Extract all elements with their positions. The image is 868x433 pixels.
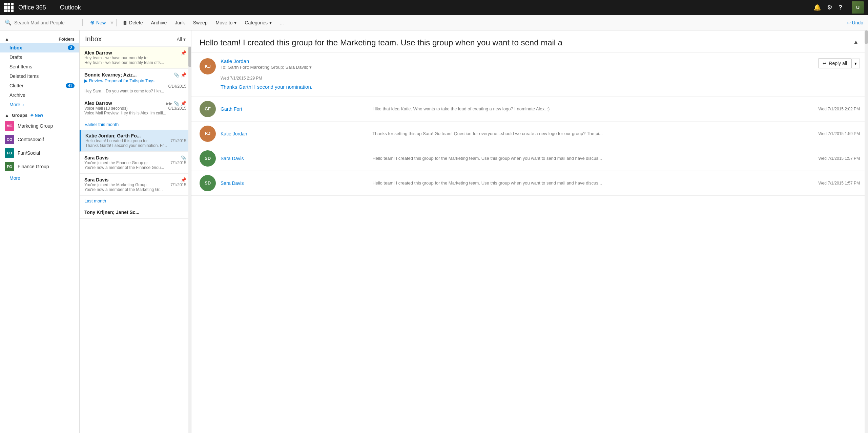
reading-pane: Hello team! I created this group for the… — [191, 30, 868, 433]
more-groups-button[interactable]: More — [0, 173, 79, 183]
inbox-title: Inbox — [85, 35, 102, 43]
email-date: 7/1/2015 — [170, 182, 186, 187]
categories-chevron: ▾ — [269, 20, 272, 25]
email-sender: Tony Krijnen; Janet Sc... — [84, 210, 139, 215]
outlook-label: Outlook — [60, 4, 813, 11]
email-sender: Sara Davis — [84, 155, 109, 160]
junk-button[interactable]: Junk — [171, 18, 188, 27]
trash-icon: 🗑 — [123, 20, 127, 25]
sidebar-item-deleted-items[interactable]: Deleted Items — [0, 71, 79, 81]
group-item-marketing-group[interactable]: MG Marketing Group — [0, 119, 79, 133]
filter-button[interactable]: All ▾ — [177, 37, 186, 42]
delete-button[interactable]: 🗑 Delete — [119, 18, 146, 27]
question-icon[interactable]: ? — [839, 4, 842, 11]
bell-icon[interactable]: 🔔 — [813, 4, 821, 11]
pin-icon: 📌 — [181, 72, 186, 78]
plus-icon: ⊕ — [90, 19, 95, 26]
new-button[interactable]: ⊕ New — [87, 18, 109, 27]
email-sender: Alex Darrow — [84, 50, 112, 56]
new-dropdown-icon[interactable]: ▾ — [110, 19, 113, 26]
groups-collapse-icon: ▲ — [5, 113, 9, 118]
thread-collapsed-sender: Garth Fort — [221, 106, 368, 112]
categories-button[interactable]: Categories ▾ — [241, 18, 275, 27]
thread-collapsed-sender: Sara Davis — [221, 156, 368, 161]
group-item-fun/social[interactable]: FU Fun/Social — [0, 146, 79, 160]
reply-all-button[interactable]: ↩ Reply all — [818, 58, 851, 68]
email-date: 6/13/2015 — [168, 106, 186, 111]
sidebar-item-inbox[interactable]: Inbox2 — [0, 43, 79, 52]
email-preview-top: You've joined the Finance Group gr — [84, 160, 148, 165]
avatar[interactable]: U — [852, 1, 864, 14]
earlier-this-month-label: Earlier this month — [80, 119, 191, 130]
reply-dropdown-button[interactable]: ▾ — [851, 59, 860, 68]
thread-item-collapsed[interactable]: KJ Katie Jordan Thanks for setting this … — [191, 122, 868, 146]
nav-icons: 🔔 ⚙ ? U — [813, 1, 864, 14]
waffle-icon[interactable] — [4, 3, 14, 12]
group-avatar: CO — [5, 135, 14, 144]
undo-button[interactable]: ↩ Undo — [847, 20, 863, 25]
email-preview-bot: You're now a member of the Finance Grou.… — [84, 165, 186, 170]
main-layout: ▲ Folders Inbox2DraftsSent ItemsDeleted … — [0, 30, 868, 433]
more-button[interactable]: ... — [276, 18, 287, 27]
toolbar: 🔍 ⊕ New ▾ 🗑 Delete Archive Junk Sweep Mo… — [0, 15, 868, 30]
email-preview-top: Hey team - we have our monthly te — [84, 56, 147, 60]
sidebar: ▲ Folders Inbox2DraftsSent ItemsDeleted … — [0, 30, 80, 433]
more-chevron-icon: › — [22, 102, 24, 107]
email-list-header: Inbox All ▾ — [80, 30, 191, 47]
email-item[interactable]: Bonnie Kearney; Aziz... 📎📌 ▶ Review Prop… — [80, 69, 191, 97]
sidebar-item-archive[interactable]: Archive — [0, 90, 79, 100]
gear-icon[interactable]: ⚙ — [827, 4, 832, 11]
email-preview-top: You've joined the Marketing Group — [84, 182, 146, 187]
thread-item-collapsed[interactable]: GF Garth Fort I like that idea Katie. Wh… — [191, 97, 868, 122]
sweep-button[interactable]: Sweep — [190, 18, 211, 27]
sender-avatar: SD — [200, 175, 216, 191]
thread-to: To: Garth Fort; Marketing Group; Sara Da… — [221, 65, 813, 70]
reply-icon: ↩ — [823, 61, 827, 66]
folders-header[interactable]: ▲ Folders — [0, 34, 79, 43]
group-item-contosogolf[interactable]: CO ContosoGolf — [0, 133, 79, 146]
email-preview-bot: You're now a member of the Marketing Gr.… — [84, 187, 186, 192]
email-item[interactable]: Katie Jordan; Garth Fo... Hello team! I … — [80, 130, 191, 152]
archive-button[interactable]: Archive — [147, 18, 170, 27]
sender-avatar: KJ — [200, 58, 216, 74]
email-item[interactable]: Alex Darrow ▶▶📎📌 Voice Mail (13 seconds)… — [80, 97, 191, 119]
thread-body: Thanks Garth! I second your nomination. — [200, 83, 860, 91]
pin-icon: 📌 — [181, 177, 186, 182]
thread-item-collapsed[interactable]: SD Sara Davis Hello team! I created this… — [191, 171, 868, 196]
email-item[interactable]: Tony Krijnen; Janet Sc... — [80, 206, 191, 219]
pin-icon: 📌 — [181, 101, 186, 106]
email-preview-top: Voice Mail (13 seconds) — [84, 106, 127, 111]
group-item-finance-group[interactable]: FG Finance Group — [0, 160, 79, 173]
sidebar-item-sent-items[interactable]: Sent Items — [0, 62, 79, 71]
pin-icon: 📌 — [181, 50, 186, 56]
badge: 2 — [68, 45, 75, 50]
groups-header: ▲ Groups ✳ New — [0, 109, 79, 119]
sidebar-item-drafts[interactable]: Drafts — [0, 52, 79, 62]
moveto-button[interactable]: Move to ▾ — [212, 18, 240, 27]
thread-collapsed-date: Wed 7/1/2015 1:57 PM — [818, 181, 860, 186]
sidebar-item-clutter[interactable]: Clutter41 — [0, 81, 79, 90]
more-folders-button[interactable]: More › — [0, 100, 79, 109]
email-date: 7/1/2015 — [170, 160, 186, 165]
search-input[interactable] — [14, 20, 75, 25]
thread-item-collapsed[interactable]: SD Sara Davis Hello team! I created this… — [191, 146, 868, 171]
reading-pane-body: KJ Katie Jordan To: Garth Fort; Marketin… — [191, 53, 868, 433]
email-preview-bot: Hey team - we have our monthly team offs… — [84, 60, 186, 65]
new-group-badge[interactable]: ✳ New — [30, 113, 43, 118]
email-preview-bot: Hey Sara... Do you want to come too? I k… — [84, 89, 186, 93]
search-area: 🔍 — [5, 19, 83, 26]
email-list-body: Alex Darrow 📌 Hey team - we have our mon… — [80, 47, 191, 433]
reading-pane-scrollbar — [865, 30, 868, 433]
email-item[interactable]: Sara Davis 📌 You've joined the Marketing… — [80, 174, 191, 196]
voicemail-icon: ▶▶ — [166, 101, 172, 106]
email-list-scrollbar — [188, 47, 191, 433]
collapse-button[interactable]: ▲ — [852, 37, 860, 47]
email-sender: Bonnie Kearney; Aziz... — [84, 72, 137, 78]
thread-collapsed-sender: Katie Jordan — [221, 131, 368, 136]
attachment-icon: 📎 — [174, 72, 179, 78]
sender-avatar: GF — [200, 101, 216, 117]
email-item[interactable]: Sara Davis 📎 You've joined the Finance G… — [80, 152, 191, 174]
folders-collapse-icon: ▲ — [5, 37, 9, 42]
reading-pane-subject: Hello team! I created this group for the… — [191, 30, 868, 53]
email-item[interactable]: Alex Darrow 📌 Hey team - we have our mon… — [80, 47, 191, 69]
